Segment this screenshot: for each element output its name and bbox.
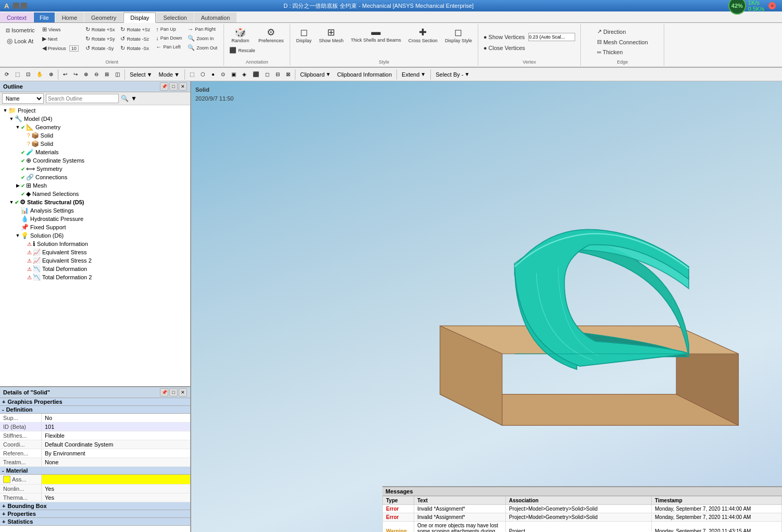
outline-close[interactable]: ✕	[179, 82, 187, 91]
btn-previous[interactable]: ◀Previous 10	[40, 44, 81, 53]
tree-item-solution[interactable]: ▼ 💡 Solution (D6)	[1, 231, 189, 240]
btn-cross-section[interactable]: ✚ Cross Section	[406, 25, 440, 45]
win-minimize[interactable]	[13, 3, 19, 9]
tb2-sel9[interactable]: ⊟	[273, 70, 282, 78]
tb2-sel8[interactable]: ◻	[263, 70, 272, 78]
tree-item-eq-stress[interactable]: ⚠ 📈 Equivalent Stress	[1, 248, 189, 256]
tb2-pan[interactable]: ✋	[34, 70, 45, 78]
tb2-select[interactable]: Select ▼	[127, 70, 155, 79]
btn-zoom-out[interactable]: 🔍Zoom Out	[185, 43, 219, 52]
tb2-zoom-in2[interactable]: ⊕	[81, 70, 91, 78]
btn-show-vertices[interactable]: ● Show Vertices	[481, 32, 577, 42]
btn-thick-shells[interactable]: ▬ Thick Shells and Beams	[348, 25, 404, 44]
outline-arrow-btn[interactable]: ▼	[131, 95, 137, 102]
outline-pin[interactable]: 📌	[160, 82, 168, 91]
win-close[interactable]: ✕	[768, 2, 776, 9]
tb2-clipboard[interactable]: Clipboard▼	[297, 70, 333, 79]
tree-item-total-def[interactable]: ⚠ 📉 Total Deformation	[1, 265, 189, 273]
viewport[interactable]: Solid 2020/9/7 11:50	[191, 81, 782, 532]
tb2-mode[interactable]: Mode ▼	[156, 70, 182, 79]
tab-file[interactable]: File	[34, 13, 55, 22]
btn-rotate-minussy[interactable]: ↺Rotate -Sy	[83, 44, 117, 53]
tree-item-symmetry[interactable]: ✔ ⟺ Symmetry	[1, 165, 189, 173]
tree-item-analysis[interactable]: 📊 Analysis Settings	[1, 206, 189, 215]
tb2-clipboard-info[interactable]: Clipboard Information	[334, 70, 394, 79]
tb2-zoom-out2[interactable]: ⊖	[92, 70, 101, 78]
btn-show-mesh[interactable]: ⊞ Show Mesh	[316, 25, 346, 45]
btn-close-vertices[interactable]: ● Close Vertices	[481, 44, 527, 52]
msg-row-1[interactable]: Error Invalid *Assignment* Project>Model…	[383, 505, 782, 513]
details-float[interactable]: □	[169, 388, 178, 397]
tb2-redo[interactable]: ↪	[71, 70, 80, 78]
section-graphics[interactable]: + Graphics Properties	[0, 398, 190, 406]
tb2-fit[interactable]: ⊡	[23, 70, 33, 78]
tb2-wire[interactable]: ◫	[113, 70, 122, 78]
btn-pan-up[interactable]: ↑Pan Up	[154, 25, 184, 33]
tb2-sel4[interactable]: ⊙	[218, 70, 228, 78]
btn-views[interactable]: ⊞Views	[40, 25, 81, 34]
tree-item-named-sel[interactable]: ✔ ◆ Named Selections	[1, 190, 189, 198]
btn-mesh-connection[interactable]: ⊟ Mesh Connection	[595, 38, 650, 46]
details-pin[interactable]: 📌	[160, 388, 168, 397]
tree-item-fixed[interactable]: 📌 Fixed Support	[1, 223, 189, 231]
tb2-sel1[interactable]: ⬚	[187, 70, 197, 78]
btn-rotate-plussy[interactable]: ↻Rotate +Sy	[83, 34, 117, 43]
tb2-select-by[interactable]: Select By -▼	[433, 70, 472, 79]
tb2-sel6[interactable]: ◈	[240, 70, 249, 78]
btn-zoom-in[interactable]: 🔍Zoom In	[185, 34, 219, 43]
tb2-zoom-box[interactable]: ⬚	[13, 70, 22, 78]
tree-item-eq-stress2[interactable]: ⚠ 📈 Equivalent Stress 2	[1, 256, 189, 265]
btn-rescale[interactable]: ⬛Rescale	[227, 46, 257, 55]
tb2-sel5[interactable]: ▣	[229, 70, 239, 78]
tree-item-total-def2[interactable]: ⚠ 📉 Total Deformation 2	[1, 273, 189, 281]
tree-item-project[interactable]: ▼ 📁 Project	[1, 106, 189, 115]
btn-isometric[interactable]: ⧈ Isometric	[3, 25, 38, 35]
tree-item-solid1[interactable]: ? 📦 Solid	[1, 131, 189, 140]
btn-random[interactable]: 🎲 Random	[227, 25, 253, 45]
tb2-view-btn1[interactable]: ⊕	[46, 70, 56, 78]
btn-thicken[interactable]: ═ Thicken	[595, 48, 625, 56]
tree-item-connections[interactable]: ✔ 🔗 Connections	[1, 173, 189, 181]
tree-item-mesh[interactable]: ▶ ✔ ⊞ Mesh	[1, 181, 189, 190]
btn-pan-right[interactable]: →Pan Right	[185, 25, 219, 33]
outline-search-btn[interactable]: 🔍	[121, 95, 129, 102]
tree-item-materials[interactable]: ✔ 🧪 Materials	[1, 148, 189, 156]
btn-rotate-minussz[interactable]: ↺Rotate -Sz	[118, 34, 152, 43]
btn-display-style[interactable]: ◻ Display Style	[442, 25, 475, 45]
btn-direction[interactable]: ↗ Direction	[595, 27, 628, 36]
tree-item-coord[interactable]: ✔ ⊕ Coordinate Systems	[1, 156, 189, 165]
btn-preferences[interactable]: ⚙ Preferences	[255, 25, 287, 45]
tab-home[interactable]: Home	[55, 13, 84, 22]
tree-item-model[interactable]: ▼ 🔧 Model (D4)	[1, 115, 189, 123]
outline-search-input[interactable]	[46, 94, 119, 103]
tb2-sel10[interactable]: ⊠	[283, 70, 293, 78]
tree-item-geometry[interactable]: ▼ ✔ 📐 Geometry	[1, 123, 189, 131]
tree-item-solid2[interactable]: ? 📦 Solid	[1, 140, 189, 148]
btn-look-at[interactable]: ◎ Look At	[3, 36, 38, 46]
section-properties[interactable]: + Properties	[0, 510, 190, 518]
btn-display[interactable]: ◻ Display	[293, 25, 314, 45]
tb2-rotate[interactable]: ⟳	[2, 70, 11, 78]
section-statistics[interactable]: + Statistics	[0, 518, 190, 526]
tab-automation[interactable]: Automation	[194, 13, 237, 22]
section-definition[interactable]: - Definition	[0, 406, 190, 414]
tree-item-static[interactable]: ▼ ✔ ⚙ Static Structural (D5)	[1, 198, 189, 206]
msg-row-2[interactable]: Error Invalid *Assignment* Project>Model…	[383, 513, 782, 522]
win-maximize[interactable]	[21, 3, 27, 9]
section-bounding[interactable]: + Bounding Box	[0, 502, 190, 510]
tree-item-sol-info[interactable]: ⚠ ℹ Solution Information	[1, 240, 189, 248]
outline-float[interactable]: □	[169, 82, 178, 91]
btn-rotate-plussx[interactable]: ↻Rotate +Sx	[83, 25, 117, 34]
btn-pan-down[interactable]: ↓Pan Down	[154, 34, 184, 42]
btn-next[interactable]: ▶Next	[40, 34, 81, 43]
btn-rotate-plussz[interactable]: ↻Rotate +Sz	[118, 25, 152, 34]
tab-display[interactable]: Display	[123, 13, 156, 23]
vertices-scale-input[interactable]	[528, 33, 575, 41]
tb2-extend[interactable]: Extend▼	[399, 70, 428, 79]
msg-row-3[interactable]: Warning One or more objects may have los…	[383, 522, 782, 533]
outline-filter-select[interactable]: Name	[2, 93, 44, 104]
tb2-sel7[interactable]: ⬛	[250, 70, 262, 78]
tree-item-hydro[interactable]: 💧 Hydrostatic Pressure	[1, 215, 189, 223]
btn-pan-left[interactable]: ←Pan Left	[154, 43, 184, 51]
tb2-sel3[interactable]: ●	[209, 70, 217, 78]
